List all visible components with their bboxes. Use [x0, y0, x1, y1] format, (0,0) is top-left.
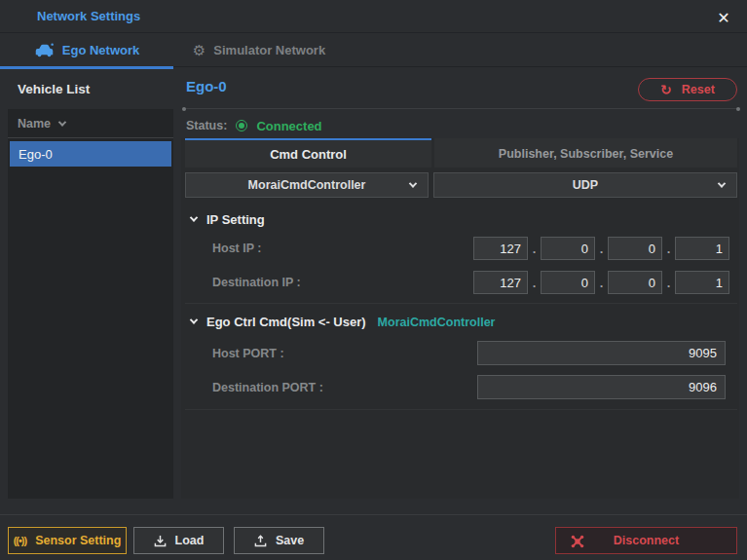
- host-ip-octet-1[interactable]: [473, 237, 528, 260]
- reset-button[interactable]: ↻ Reset: [638, 78, 737, 101]
- vehicle-list-title: Vehicle List: [18, 82, 90, 96]
- host-ip-octet-2[interactable]: [541, 237, 595, 260]
- section-divider: [185, 409, 737, 410]
- ip-dot-separator: .: [532, 276, 537, 290]
- protocol-dropdown[interactable]: UDP: [433, 172, 737, 198]
- disconnect-button[interactable]: Disconnect: [555, 527, 737, 554]
- host-ip-group: . . .: [473, 237, 729, 260]
- tab-simulator-network[interactable]: ⚙ Simulator Network: [173, 33, 345, 66]
- sensor-setting-label: Sensor Setting: [35, 534, 121, 547]
- chevron-down-icon: [58, 118, 66, 126]
- download-icon: [154, 535, 167, 547]
- host-port-label: Host PORT :: [212, 347, 284, 360]
- name-header-label: Name: [18, 117, 51, 131]
- host-ip-octet-4[interactable]: [675, 237, 729, 260]
- network-settings-window: Network Settings ✕ Ego Network ⚙ Simulat…: [0, 0, 747, 560]
- host-ip-octet-3[interactable]: [608, 237, 662, 260]
- refresh-icon: ↻: [660, 83, 672, 96]
- destination-port-label: Destination PORT :: [212, 381, 323, 394]
- load-button[interactable]: Load: [133, 527, 224, 554]
- host-port-input[interactable]: [477, 341, 726, 365]
- close-button[interactable]: ✕: [711, 5, 736, 30]
- controller-dropdown[interactable]: MoraiCmdController: [185, 172, 429, 198]
- ego-ctrl-cmd-section-header[interactable]: Ego Ctrl Cmd(Sim <- User) MoraiCmdContro…: [191, 315, 495, 329]
- ip-dot-separator: .: [599, 242, 604, 256]
- dest-ip-octet-4[interactable]: [675, 271, 729, 294]
- gear-icon: ⚙: [193, 43, 205, 57]
- dest-ip-octet-1[interactable]: [473, 271, 528, 294]
- controller-dropdown-value: MoraiCmdController: [248, 178, 366, 192]
- tab-publisher-label: Publisher, Subscriber, Service: [499, 147, 673, 161]
- vehicle-list-panel: Name Ego-0: [8, 109, 173, 499]
- ego-ctrl-cmd-title: Ego Ctrl Cmd(Sim <- User): [206, 315, 366, 329]
- dest-ip-octet-3[interactable]: [608, 271, 662, 294]
- tab-publisher-subscriber-service[interactable]: Publisher, Subscriber, Service: [434, 138, 737, 168]
- ip-dot-separator: .: [532, 242, 537, 256]
- save-label: Save: [276, 534, 304, 547]
- reset-button-label: Reset: [682, 83, 715, 96]
- destination-ip-label: Destination IP :: [212, 276, 301, 289]
- tab-ego-network-label: Ego Network: [62, 43, 139, 57]
- signal-icon: ((•)): [14, 535, 27, 546]
- status-row: Status: Connected: [186, 116, 322, 135]
- tab-simulator-network-label: Simulator Network: [213, 43, 325, 57]
- upload-icon: [254, 535, 267, 547]
- status-label: Status:: [186, 119, 227, 132]
- chevron-down-icon: [409, 179, 417, 187]
- footer-divider: [0, 514, 747, 515]
- window-title: Network Settings: [37, 9, 140, 23]
- protocol-dropdown-value: UDP: [573, 178, 598, 192]
- tab-cmd-control-label: Cmd Control: [270, 147, 347, 162]
- chevron-down-icon: [190, 316, 198, 323]
- ip-dot-separator: .: [666, 242, 671, 256]
- selected-vehicle-title: Ego-0: [186, 78, 227, 94]
- ego-ctrl-controller-name: MoraiCmdController: [378, 316, 496, 329]
- tab-cmd-control[interactable]: Cmd Control: [185, 138, 431, 168]
- load-label: Load: [175, 534, 205, 547]
- chevron-down-icon: [718, 179, 726, 187]
- close-icon: ✕: [717, 9, 729, 27]
- sensor-setting-button[interactable]: ((•)) Sensor Setting: [8, 527, 127, 554]
- ip-setting-title: IP Setting: [206, 212, 265, 227]
- dest-ip-octet-2[interactable]: [541, 271, 595, 294]
- ip-setting-section-header[interactable]: IP Setting: [191, 212, 265, 227]
- header-divider: [185, 108, 737, 109]
- ip-dot-separator: .: [666, 276, 671, 290]
- section-divider: [185, 303, 737, 304]
- save-button[interactable]: Save: [234, 527, 324, 554]
- connected-status-icon: [236, 120, 247, 131]
- ip-dot-separator: .: [599, 276, 604, 290]
- chevron-down-icon: [190, 213, 198, 221]
- disconnect-label: Disconnect: [614, 534, 679, 547]
- status-value: Connected: [256, 119, 321, 133]
- host-ip-label: Host IP :: [212, 242, 261, 255]
- car-icon: [34, 43, 55, 57]
- vehicle-item-label: Ego-0: [19, 147, 53, 162]
- tab-ego-network[interactable]: Ego Network: [0, 33, 173, 66]
- vehicle-list-item-ego-0[interactable]: Ego-0: [10, 141, 171, 167]
- destination-ip-group: . . .: [473, 271, 729, 294]
- destination-port-input[interactable]: [477, 375, 726, 399]
- vehicle-list-name-header[interactable]: Name: [8, 109, 173, 138]
